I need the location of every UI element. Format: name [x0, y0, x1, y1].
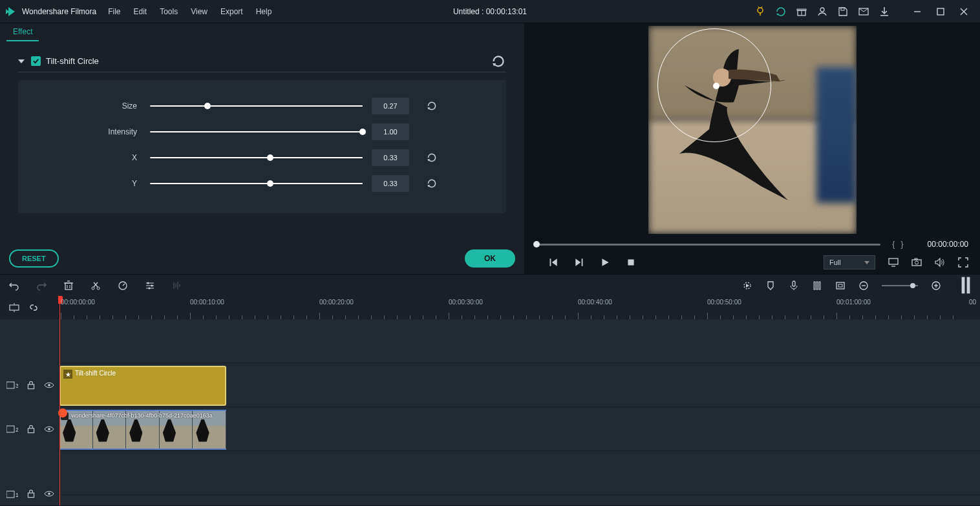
param-x-label: X	[47, 153, 150, 162]
playhead[interactable]	[59, 296, 60, 319]
svg-rect-33	[915, 258, 917, 260]
zoom-slider[interactable]	[882, 285, 918, 286]
speed-icon[interactable]	[118, 280, 128, 291]
param-intensity-value[interactable]: 1.00	[372, 123, 409, 140]
effect-editor-pane: Effect Tilt-shift Circle Size 0.27 Inten…	[0, 23, 525, 274]
tilt-shift-center-handle[interactable]	[713, 83, 719, 89]
ruler-label: 00:01:00:00	[836, 299, 871, 306]
menu-view[interactable]: View	[191, 7, 208, 16]
svg-text:2: 2	[16, 427, 18, 433]
track-visibility-icon[interactable]	[44, 489, 54, 499]
param-x-slider[interactable]	[150, 151, 363, 164]
snapshot-icon[interactable]	[911, 257, 922, 268]
volume-icon[interactable]	[935, 257, 945, 268]
svg-rect-15	[937, 8, 944, 15]
zoom-fit-icon[interactable]	[961, 280, 971, 291]
track-lock-icon[interactable]	[26, 424, 36, 434]
menu-tools[interactable]: Tools	[160, 7, 178, 16]
mail-icon[interactable]	[858, 6, 869, 17]
preview-quality-select[interactable]: Full	[824, 255, 875, 269]
svg-text:3: 3	[16, 383, 18, 389]
stop-button[interactable]	[626, 257, 636, 268]
param-size-reset-icon[interactable]	[426, 100, 438, 112]
save-icon[interactable]	[838, 6, 848, 17]
crop-icon[interactable]	[835, 280, 846, 291]
effect-actionbar: RESET OK	[0, 243, 524, 274]
adjust-icon[interactable]	[145, 280, 155, 291]
track-lock-icon[interactable]	[26, 489, 36, 499]
svg-rect-58	[793, 281, 795, 286]
editor-tabbar: Effect	[0, 23, 524, 41]
param-intensity-slider[interactable]	[150, 125, 363, 138]
video-clip[interactable]: wondershare-4f077cbf-b130-4fb0-b75d-217c…	[59, 410, 226, 450]
account-icon[interactable]	[817, 6, 827, 17]
reset-button[interactable]: RESET	[9, 249, 59, 268]
undo-icon[interactable]	[9, 280, 19, 291]
collapse-caret-icon[interactable]	[18, 59, 25, 63]
audio-mix-icon[interactable]	[172, 280, 182, 291]
track-index-3: 3	[6, 381, 18, 390]
preview-progress: { } 00:00:00:00	[537, 238, 968, 251]
param-y-reset-icon[interactable]	[426, 178, 438, 189]
tab-effect[interactable]: Effect	[6, 23, 39, 41]
window-close-button[interactable]	[953, 4, 975, 19]
preview-quality-label: Full	[829, 258, 841, 266]
tips-icon[interactable]	[755, 6, 765, 17]
preview-progress-track[interactable]	[537, 244, 880, 246]
track-head-3: 3	[0, 363, 58, 407]
preview-pane: { } 00:00:00:00 Full	[525, 23, 980, 274]
redo-icon[interactable]	[36, 280, 47, 291]
param-y-value[interactable]: 0.33	[372, 175, 409, 192]
marker-icon[interactable]	[765, 280, 776, 291]
menu-edit[interactable]: Edit	[134, 7, 147, 16]
window-maximize-button[interactable]	[930, 4, 952, 19]
track-visibility-icon[interactable]	[44, 424, 54, 434]
effect-enabled-checkbox[interactable]	[31, 56, 41, 66]
svg-rect-31	[912, 260, 921, 266]
link-icon[interactable]	[28, 302, 39, 313]
svg-rect-79	[6, 426, 14, 432]
refresh-icon[interactable]	[776, 6, 786, 17]
param-x-reset-icon[interactable]	[426, 152, 438, 163]
svg-point-41	[97, 287, 100, 290]
gift-icon[interactable]	[796, 6, 807, 17]
download-icon[interactable]	[879, 6, 889, 17]
effect-reset-icon[interactable]	[491, 54, 506, 69]
track-index-2: 2	[6, 425, 18, 434]
fullscreen-icon[interactable]	[958, 257, 968, 268]
render-icon[interactable]	[742, 280, 752, 291]
zoom-in-icon[interactable]	[931, 280, 941, 291]
window-minimize-button[interactable]	[906, 4, 928, 19]
step-back-button[interactable]	[548, 257, 559, 268]
svg-marker-0	[6, 7, 15, 16]
menu-export[interactable]: Export	[220, 7, 243, 16]
effect-clip-label: Tilt-shift Circle	[75, 370, 116, 377]
param-size-slider[interactable]	[150, 100, 363, 112]
track-visibility-icon[interactable]	[44, 380, 54, 390]
split-icon[interactable]	[91, 280, 101, 291]
track-lock-icon[interactable]	[26, 380, 36, 390]
effect-clip[interactable]: ★ Tilt-shift Circle	[59, 366, 226, 406]
svg-rect-35	[65, 283, 72, 290]
param-size-label: Size	[47, 101, 150, 111]
param-size-value[interactable]: 0.27	[372, 98, 409, 114]
zoom-out-icon[interactable]	[858, 280, 869, 291]
param-y-slider[interactable]	[150, 177, 363, 190]
mixer-icon[interactable]	[812, 280, 822, 291]
param-x-value[interactable]: 0.33	[372, 149, 409, 166]
record-vo-icon[interactable]	[789, 280, 799, 291]
timeline-ruler[interactable]: 00:00:00:0000:00:10:0000:00:20:0000:00:3…	[58, 296, 980, 319]
project-title: Untitled : 00:00:13:01	[453, 7, 527, 16]
display-icon[interactable]	[888, 257, 899, 268]
play-button[interactable]	[600, 257, 610, 268]
delete-icon[interactable]	[63, 280, 74, 291]
step-forward-button[interactable]	[574, 257, 584, 268]
manage-tracks-icon[interactable]	[9, 302, 19, 313]
preview-canvas[interactable]	[537, 26, 968, 234]
menu-help[interactable]: Help	[256, 7, 272, 16]
svg-point-78	[48, 384, 50, 386]
menu-file[interactable]: File	[108, 7, 120, 16]
video-clip-label: wondershare-4f077cbf-b130-4fb0-b75d-217c…	[71, 412, 213, 419]
ok-button[interactable]: OK	[465, 249, 515, 268]
tracks-body[interactable]: ★ Tilt-shift Circle wondershare-4f077cbf…	[58, 319, 980, 505]
